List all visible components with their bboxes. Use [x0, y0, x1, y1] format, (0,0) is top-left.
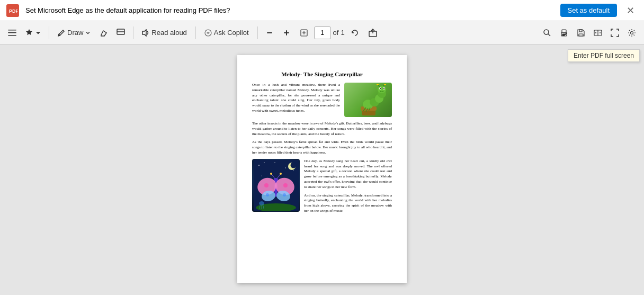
svg-point-48	[293, 170, 294, 171]
print-button[interactable]	[556, 26, 572, 40]
separator-2	[133, 26, 133, 39]
zoom-in-button[interactable]	[279, 26, 294, 39]
pdf-caterpillar-image	[344, 83, 392, 117]
settings-button[interactable]	[624, 26, 640, 40]
svg-point-25	[631, 31, 633, 34]
copilot-icon	[204, 29, 212, 37]
svg-point-34	[380, 88, 381, 89]
share-button[interactable]	[365, 26, 381, 40]
plus-icon	[283, 29, 290, 37]
separator-1	[49, 26, 49, 39]
fullscreen-button[interactable]	[607, 26, 623, 40]
notification-text: Set Microsoft Edge as the default applic…	[25, 6, 554, 14]
minus-icon	[266, 29, 273, 37]
pdf-paragraph-1: Once in a lush and vibrant meadow, there…	[252, 83, 340, 117]
toolbar: Draw Read aloud	[0, 21, 644, 44]
svg-point-68	[283, 193, 286, 196]
pdf-page: Melody- The Singing Caterpillar Once in …	[237, 55, 407, 283]
eraser-icon	[100, 29, 108, 37]
svg-rect-22	[579, 34, 583, 36]
pdf-bottom-section: One day, as Melody sang her heart out, a…	[252, 159, 392, 217]
layout-icon	[117, 29, 125, 37]
pdf-first-section: Once in a lush and vibrant meadow, there…	[252, 83, 392, 117]
svg-point-58	[270, 173, 272, 175]
pdf-paragraph-4: One day, as Melody sang her heart out, a…	[304, 159, 392, 190]
svg-point-14	[544, 30, 549, 34]
svg-point-60	[280, 173, 282, 175]
svg-point-36	[383, 88, 384, 89]
chevron-down-icon	[35, 30, 41, 35]
search-button[interactable]	[539, 26, 555, 40]
svg-rect-2	[8, 30, 16, 31]
svg-text:PDF: PDF	[9, 8, 17, 14]
rotate-icon	[351, 29, 359, 37]
svg-rect-18	[562, 34, 566, 35]
svg-rect-19	[562, 35, 565, 36]
svg-point-65	[264, 183, 269, 187]
svg-point-69	[259, 201, 264, 205]
svg-rect-11	[286, 30, 287, 35]
settings-icon	[628, 29, 636, 37]
fit-page-button[interactable]	[296, 26, 312, 40]
fullscreen-tooltip: Enter PDF full screen	[568, 49, 640, 62]
close-notification-button[interactable]: ✕	[623, 4, 638, 17]
pdf-paragraph-3: As the days passed, Melody's fame spread…	[252, 140, 392, 155]
page-total-label: 1	[341, 29, 344, 37]
separator-3	[195, 26, 196, 39]
page-of-label: of	[333, 29, 339, 37]
toolbar-left-section	[4, 26, 44, 40]
svg-line-15	[548, 34, 550, 36]
svg-marker-7	[142, 30, 146, 36]
draw-button[interactable]: Draw	[53, 26, 95, 39]
pdf-paragraph-2: The other insects in the meadow were in …	[252, 121, 392, 137]
erase-button[interactable]	[96, 26, 112, 40]
svg-point-49	[261, 175, 262, 176]
draw-chevron-icon	[85, 30, 91, 35]
svg-rect-9	[267, 32, 272, 33]
pdf-paragraph-5: And so, the singing caterpillar, Melody,…	[304, 193, 392, 214]
draw-icon	[58, 29, 65, 37]
svg-rect-17	[562, 30, 566, 32]
menu-icon	[8, 29, 16, 37]
save-button[interactable]	[573, 26, 589, 40]
svg-point-45	[258, 165, 260, 166]
layout-button[interactable]	[113, 26, 129, 40]
fullscreen-icon	[611, 29, 619, 37]
immersive-reader-button[interactable]	[590, 26, 606, 40]
save-icon	[577, 29, 585, 37]
toolbar-draw-section: Draw	[53, 26, 129, 40]
svg-point-46	[264, 162, 265, 163]
svg-rect-4	[8, 35, 16, 36]
star-icon	[25, 29, 33, 37]
rotate-button[interactable]	[347, 26, 363, 40]
toolbar-right-section: Enter PDF full screen	[539, 26, 640, 40]
main-content-area: Melody- The Singing Caterpillar Once in …	[0, 44, 644, 295]
share-icon	[369, 29, 377, 37]
svg-point-53	[290, 162, 296, 168]
svg-point-67	[266, 193, 269, 196]
immersive-icon	[594, 29, 602, 37]
fit-icon	[300, 29, 308, 37]
svg-point-66	[283, 183, 288, 187]
speaker-icon	[142, 29, 149, 37]
read-aloud-button[interactable]: Read aloud	[138, 26, 191, 39]
toolbar-zoom-section: 1 of 1	[262, 26, 381, 40]
ask-copilot-button[interactable]: Ask Copilot	[200, 26, 253, 39]
svg-rect-21	[579, 30, 582, 32]
hamburger-menu-button[interactable]	[4, 26, 20, 40]
pdf-text-right: One day, as Melody sang her heart out, a…	[304, 159, 392, 217]
pdf-title: Melody- The Singing Caterpillar	[252, 71, 392, 77]
toolbar-read-section: Read aloud Ask Copilot	[138, 26, 253, 39]
svg-point-51	[274, 162, 275, 163]
notification-bar: PDF Set Microsoft Edge as the default ap…	[0, 0, 644, 21]
svg-rect-3	[8, 32, 16, 33]
edge-pdf-icon: PDF	[6, 4, 19, 17]
favorites-button[interactable]	[21, 26, 44, 40]
pdf-butterfly-image	[252, 159, 300, 212]
set-as-default-button[interactable]: Set as default	[560, 4, 618, 17]
zoom-out-button[interactable]	[262, 26, 277, 39]
separator-4	[257, 26, 258, 39]
print-icon	[560, 29, 568, 37]
page-number-input[interactable]: 1	[314, 26, 331, 39]
svg-point-50	[285, 167, 286, 168]
